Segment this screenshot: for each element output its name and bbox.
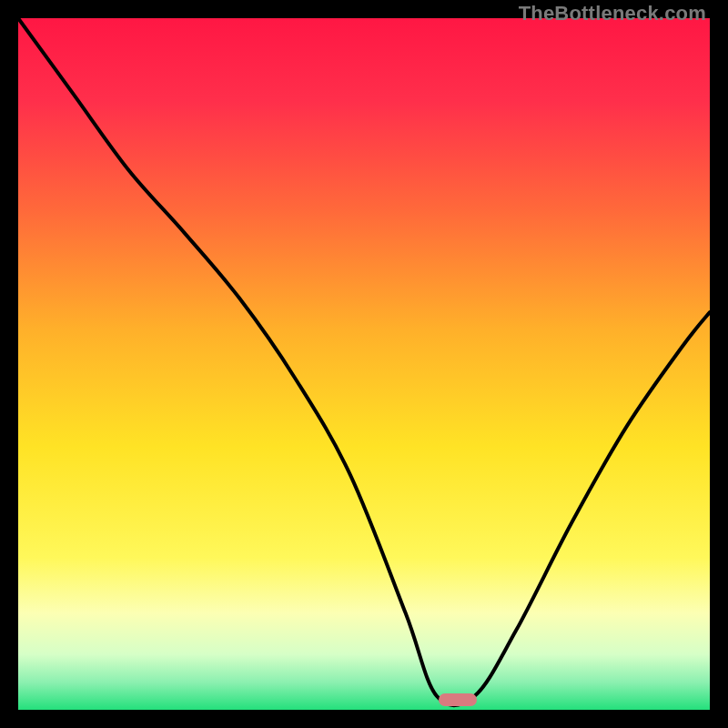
gradient-background <box>18 18 710 710</box>
watermark-text: TheBottleneck.com <box>519 2 706 25</box>
bottleneck-chart <box>18 18 710 710</box>
optimal-point-marker <box>439 693 477 706</box>
chart-frame <box>18 18 710 710</box>
